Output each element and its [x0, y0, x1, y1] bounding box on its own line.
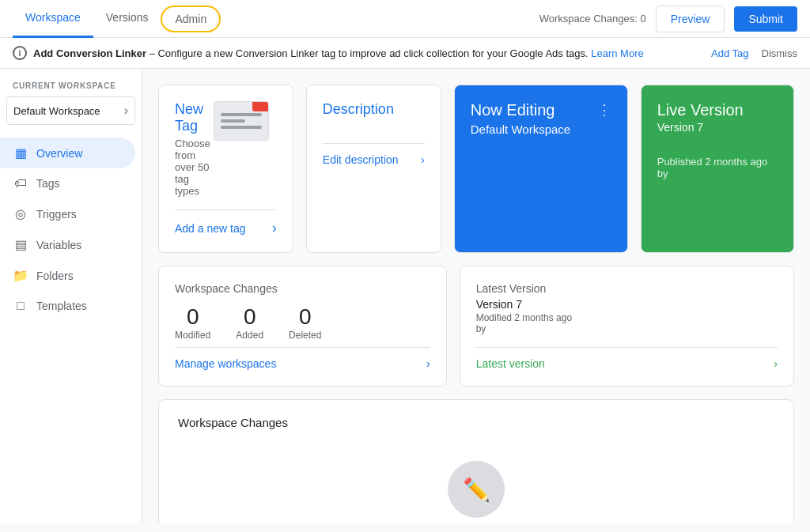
latest-version-num: Version 7	[476, 298, 778, 311]
now-editing-top: Now Editing Default Workspace ⋮	[471, 101, 611, 136]
new-tag-title: New Tag	[175, 101, 214, 134]
tag-line-2	[221, 119, 245, 123]
sidebar-item-templates[interactable]: □ Templates	[0, 291, 135, 321]
modified-label: Modified	[175, 330, 210, 341]
tag-line-1	[221, 113, 262, 116]
tab-versions[interactable]: Versions	[93, 0, 161, 38]
arrow-right-icon-lv: ›	[774, 357, 778, 370]
chevron-right-icon: ›	[124, 104, 128, 118]
dismiss-button[interactable]: Dismiss	[762, 47, 798, 59]
modified-num: 0	[175, 304, 210, 330]
nav-tabs: Workspace Versions Admin	[13, 0, 539, 38]
workspace-changes-card: Workspace Changes 0 Modified 0 Added 0 D…	[158, 266, 447, 387]
tag-line-3	[221, 126, 262, 129]
description-card: Description Edit description ›	[306, 85, 441, 253]
sidebar-label-variables: Variables	[36, 239, 81, 251]
preview-button[interactable]: Preview	[656, 6, 725, 32]
workspace-name: Default Workspace	[13, 105, 100, 117]
live-version-title: Live Version	[657, 101, 778, 119]
added-num: 0	[236, 304, 263, 330]
ws-counts: 0 Modified 0 Added 0 Deleted	[175, 304, 430, 341]
banner-learn-more[interactable]: Learn More	[591, 47, 643, 59]
sidebar-label-triggers: Triggers	[36, 208, 77, 221]
deleted-label: Deleted	[289, 330, 321, 341]
latest-version-modified: Modified 2 months ago by	[476, 312, 778, 334]
edit-description-link[interactable]: Edit description ›	[323, 143, 425, 166]
tab-workspace[interactable]: Workspace	[13, 0, 93, 38]
live-version-card: Live Version Version 7 Published 2 month…	[641, 85, 794, 253]
live-version-published: Published 2 months ago by	[657, 156, 778, 179]
added-label: Added	[236, 330, 263, 341]
cards-row-2: Workspace Changes 0 Modified 0 Added 0 D…	[158, 266, 794, 387]
description-title: Description	[323, 101, 425, 118]
new-tag-header: New Tag Choose from over 50 tag types	[175, 101, 277, 197]
sidebar-section-label: CURRENT WORKSPACE	[0, 81, 142, 96]
banner: i Add Conversion Linker – Configure a ne…	[0, 38, 810, 69]
tag-red-tab	[252, 101, 269, 111]
submit-button[interactable]: Submit	[734, 6, 797, 32]
arrow-right-icon-desc: ›	[421, 153, 425, 166]
arrow-right-icon-manage: ›	[426, 357, 430, 370]
arrow-right-icon: ›	[272, 220, 277, 236]
deleted-num: 0	[289, 304, 321, 330]
added-count: 0 Added	[236, 304, 263, 341]
banner-left: i Add Conversion Linker – Configure a ne…	[13, 46, 644, 60]
workspace-changes-label: Workspace Changes: 0	[539, 13, 646, 25]
workspace-selector[interactable]: Default Workspace ›	[6, 96, 135, 125]
latest-version-label: Latest Version	[476, 282, 778, 295]
tag-graphic-inner	[214, 101, 269, 141]
sidebar-item-folders[interactable]: 📁 Folders	[0, 260, 135, 291]
variables-icon: ▤	[13, 237, 28, 252]
live-version-num: Version 7	[657, 121, 778, 134]
new-tag-card: New Tag Choose from over 50 tag types	[158, 85, 293, 253]
new-tag-subtitle: Choose from over 50 tag types	[175, 138, 214, 197]
empty-icon: ✏️	[448, 461, 505, 518]
add-new-tag-link[interactable]: Add a new tag ›	[175, 209, 277, 236]
add-tag-banner-button[interactable]: Add Tag	[711, 47, 748, 59]
now-editing-title: Now Editing	[471, 101, 570, 119]
sidebar-label-tags: Tags	[36, 177, 60, 190]
more-options-icon[interactable]: ⋮	[597, 101, 611, 119]
sidebar: CURRENT WORKSPACE Default Workspace › ▦ …	[0, 69, 142, 524]
banner-right: Add Tag Dismiss	[711, 47, 797, 59]
latest-version-card: Latest Version Version 7 Modified 2 mont…	[460, 266, 794, 387]
sidebar-item-triggers[interactable]: ◎ Triggers	[0, 198, 135, 229]
empty-state: ✏️ This workspace has no changes. Learn …	[178, 429, 774, 524]
sidebar-item-variables[interactable]: ▤ Variables	[0, 229, 135, 260]
tag-graphic	[214, 101, 277, 149]
workspace-changes-section-title: Workspace Changes	[178, 416, 774, 429]
latest-version-link[interactable]: Latest version ›	[476, 347, 778, 370]
info-icon: i	[13, 46, 27, 60]
sidebar-item-tags[interactable]: 🏷 Tags	[0, 168, 135, 198]
sidebar-item-overview[interactable]: ▦ Overview	[0, 138, 135, 168]
cards-row-1: New Tag Choose from over 50 tag types	[158, 85, 794, 253]
nav-right: Workspace Changes: 0 Preview Submit	[539, 6, 797, 32]
sidebar-label-overview: Overview	[36, 147, 82, 160]
layout: CURRENT WORKSPACE Default Workspace › ▦ …	[0, 69, 810, 524]
ws-changes-card-title: Workspace Changes	[175, 282, 430, 295]
now-editing-subtitle: Default Workspace	[471, 123, 570, 136]
sidebar-label-templates: Templates	[36, 300, 87, 312]
main-content: New Tag Choose from over 50 tag types	[142, 69, 810, 524]
overview-icon: ▦	[13, 145, 28, 160]
manage-workspaces-link[interactable]: Manage workspaces ›	[175, 347, 430, 370]
templates-icon: □	[13, 299, 28, 313]
sidebar-label-folders: Folders	[36, 270, 74, 282]
deleted-count: 0 Deleted	[289, 304, 321, 341]
top-nav: Workspace Versions Admin Workspace Chang…	[0, 0, 810, 38]
triggers-icon: ◎	[13, 206, 28, 221]
folders-icon: 📁	[13, 268, 28, 283]
workspace-changes-section: Workspace Changes ✏️ This workspace has …	[158, 399, 794, 524]
now-editing-card: Now Editing Default Workspace ⋮	[454, 85, 628, 253]
banner-text: Add Conversion Linker – Configure a new …	[33, 47, 644, 59]
modified-count: 0 Modified	[175, 304, 210, 341]
pencil-icon: ✏️	[463, 477, 490, 503]
tags-icon: 🏷	[13, 176, 28, 191]
tab-admin[interactable]: Admin	[161, 6, 221, 32]
